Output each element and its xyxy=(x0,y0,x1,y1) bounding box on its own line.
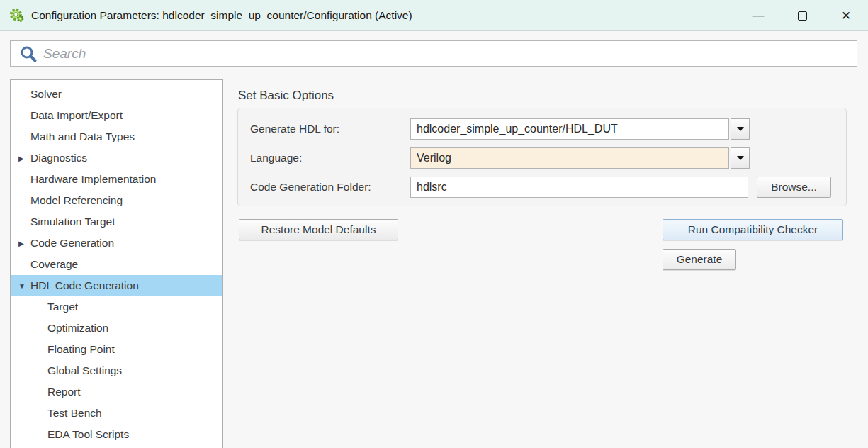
dropdown-arrow-icon xyxy=(737,156,744,160)
sidebar-item-test-bench[interactable]: Test Bench xyxy=(11,403,222,424)
search-bar xyxy=(10,40,857,67)
language-row: Language: Verilog xyxy=(238,147,846,169)
sidebar-item-label: Math and Data Types xyxy=(30,130,135,143)
generate-hdl-for-combo: hdlcoder_simple_up_counter/HDL_DUT xyxy=(410,118,750,140)
restore-model-defaults-button[interactable]: Restore Model Defaults xyxy=(239,219,398,240)
sidebar-item-label: Floating Point xyxy=(47,343,115,356)
maximize-button[interactable] xyxy=(780,0,824,31)
sidebar-item-diagnostics[interactable]: ▶ Diagnostics xyxy=(11,147,222,169)
sidebar-item-label: Target xyxy=(47,301,78,313)
window-controls: — ✕ xyxy=(736,0,868,31)
run-compatibility-checker-button[interactable]: Run Compatibility Checker xyxy=(663,219,843,240)
code-generation-folder-label: Code Generation Folder: xyxy=(250,177,371,198)
sidebar-item-eda-tool-scripts[interactable]: EDA Tool Scripts xyxy=(11,424,222,445)
language-label: Language: xyxy=(250,147,302,169)
sidebar-item-global-settings[interactable]: Global Settings xyxy=(11,360,222,381)
sidebar-item-target[interactable]: Target xyxy=(11,296,222,318)
expand-arrow-icon: ▶ xyxy=(18,240,30,247)
sidebar-item-label: Code Generation xyxy=(30,237,114,250)
sidebar-item-label: Optimization xyxy=(47,322,108,335)
language-combo: Verilog xyxy=(410,147,750,169)
generate-button[interactable]: Generate xyxy=(663,249,736,270)
sidebar-item-hdl-code-generation[interactable]: ▼ HDL Code Generation xyxy=(11,275,222,296)
sidebar-item-floating-point[interactable]: Floating Point xyxy=(11,339,222,360)
page-title: Set Basic Options xyxy=(238,89,334,103)
sidebar-item-math-and-data-types[interactable]: Math and Data Types xyxy=(11,126,222,147)
generate-hdl-for-dropdown-button[interactable] xyxy=(731,118,750,140)
sidebar-item-label: Model Referencing xyxy=(30,194,123,207)
configuration-parameters-dialog: Configuration Parameters: hdlcoder_simpl… xyxy=(0,0,868,448)
minimize-icon: — xyxy=(753,9,765,23)
sidebar-item-label: Coverage xyxy=(30,258,78,271)
sidebar-item-model-referencing[interactable]: Model Referencing xyxy=(11,190,222,211)
search-input[interactable] xyxy=(43,43,857,65)
code-generation-folder-input[interactable] xyxy=(410,177,748,198)
sidebar-item-solver[interactable]: Solver xyxy=(11,84,222,105)
sidebar-item-code-generation[interactable]: ▶ Code Generation xyxy=(11,233,222,254)
close-button[interactable]: ✕ xyxy=(824,0,868,31)
generate-hdl-for-row: Generate HDL for: hdlcoder_simple_up_cou… xyxy=(238,118,846,140)
sidebar-item-label: EDA Tool Scripts xyxy=(47,428,129,441)
sidebar-item-optimization[interactable]: Optimization xyxy=(11,318,222,339)
config-gear-icon xyxy=(9,8,25,23)
browse-button[interactable]: Browse... xyxy=(757,177,831,198)
generate-hdl-for-value[interactable]: hdlcoder_simple_up_counter/HDL_DUT xyxy=(410,118,729,140)
sidebar-item-label: Test Bench xyxy=(47,407,102,420)
expand-arrow-icon: ▶ xyxy=(18,155,30,162)
generate-hdl-for-label: Generate HDL for: xyxy=(250,118,339,140)
sidebar-item-label: Diagnostics xyxy=(30,152,87,164)
basic-options-group: Generate HDL for: hdlcoder_simple_up_cou… xyxy=(237,108,847,206)
sidebar-item-simulation-target[interactable]: Simulation Target xyxy=(11,211,222,233)
language-value[interactable]: Verilog xyxy=(410,147,729,169)
sidebar-item-hardware-implementation[interactable]: Hardware Implementation xyxy=(11,169,222,190)
category-tree: Solver Data Import/Export Math and Data … xyxy=(10,79,223,448)
language-dropdown-button[interactable] xyxy=(731,147,750,169)
maximize-icon xyxy=(798,11,807,21)
titlebar: Configuration Parameters: hdlcoder_simpl… xyxy=(0,0,868,31)
sidebar-item-data-import-export[interactable]: Data Import/Export xyxy=(11,105,222,126)
sidebar-item-report[interactable]: Report xyxy=(11,381,222,403)
minimize-button[interactable]: — xyxy=(736,0,780,31)
code-generation-folder-row: Code Generation Folder: Browse... xyxy=(238,177,846,198)
search-icon xyxy=(19,45,38,63)
sidebar-item-label: Simulation Target xyxy=(30,215,115,228)
collapse-arrow-icon: ▼ xyxy=(18,282,30,290)
close-icon: ✕ xyxy=(841,9,851,23)
sidebar-item-label: Report xyxy=(47,386,81,398)
dropdown-arrow-icon xyxy=(737,127,744,131)
sidebar-item-label: HDL Code Generation xyxy=(30,279,139,292)
sidebar-item-coverage[interactable]: Coverage xyxy=(11,254,222,275)
sidebar-item-label: Hardware Implementation xyxy=(30,173,156,186)
window-title: Configuration Parameters: hdlcoder_simpl… xyxy=(31,9,412,22)
sidebar-item-label: Global Settings xyxy=(47,364,122,377)
sidebar-item-label: Solver xyxy=(30,88,62,101)
sidebar-item-label: Data Import/Export xyxy=(30,109,123,122)
